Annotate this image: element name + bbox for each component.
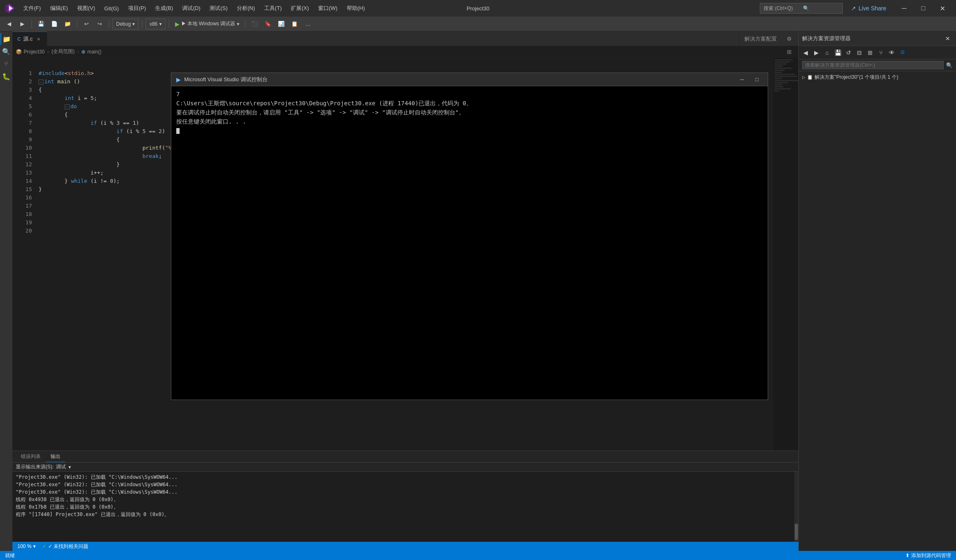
- breadcrumb-fn-label: main(): [87, 49, 101, 55]
- sol-save-btn[interactable]: 💾: [833, 48, 843, 58]
- line-numbers: 1 2 3 4 5 6 7 8 9 10 11 12 13 14 15 16 1…: [12, 58, 35, 451]
- tree-solution-root[interactable]: ▷ 📋 解决方案"Project30"(1 个项目/共 1 个): [799, 73, 956, 82]
- menu-edit[interactable]: 编辑(E): [46, 3, 72, 14]
- debug-output-line-4: 按任意键关闭此窗口. . .: [176, 117, 763, 126]
- sol-git-btn[interactable]: ⑂: [876, 48, 886, 58]
- save-button[interactable]: 💾: [35, 18, 47, 30]
- menu-analyze[interactable]: 分析(N): [233, 3, 259, 14]
- tab-bar: C 源.c ✕ 解决方案配置 ⚙: [12, 32, 798, 46]
- menu-tools[interactable]: 工具(T): [260, 3, 286, 14]
- tool1-button[interactable]: 📊: [275, 18, 287, 30]
- run-dropdown-arrow: ▾: [237, 21, 239, 27]
- minimize-button[interactable]: ─: [895, 0, 914, 17]
- solution-explorer-search[interactable]: 🔍: [799, 59, 956, 71]
- toolbar-separator-6: [245, 20, 246, 28]
- breadcrumb-bar: 📦 Project30 › (全局范围) › ⊕ main() ⊞: [12, 46, 798, 58]
- sol-settings-btn[interactable]: ≡: [898, 48, 907, 58]
- menu-window[interactable]: 窗口(W): [314, 3, 342, 14]
- undo-button[interactable]: ↩: [80, 18, 92, 30]
- close-button[interactable]: ✕: [933, 0, 952, 17]
- bookmark-button[interactable]: 🔖: [262, 18, 274, 30]
- output-source-value: 调试: [56, 463, 66, 470]
- debug-config-dropdown[interactable]: Debug ▾: [112, 19, 139, 29]
- split-editor-button[interactable]: ⊞: [783, 46, 795, 58]
- output-scrollbar[interactable]: [794, 472, 798, 542]
- output-source-label: 显示输出来源(S):: [16, 463, 54, 470]
- back-button[interactable]: ◀: [3, 18, 15, 30]
- tab-output[interactable]: 输出: [46, 451, 66, 462]
- solution-search-input[interactable]: [802, 61, 944, 69]
- breadcrumb-project[interactable]: 📦 Project30: [16, 49, 45, 55]
- output-scrollbar-thumb: [795, 524, 798, 540]
- breakpoints-button[interactable]: ⬛: [249, 18, 260, 30]
- add-file-button[interactable]: 📄: [49, 18, 60, 30]
- sol-back-btn[interactable]: ◀: [800, 48, 810, 58]
- forward-button[interactable]: ▶: [17, 18, 28, 30]
- status-zoom[interactable]: 100 % ▾: [16, 543, 37, 549]
- zoom-label: 100 %: [17, 543, 32, 549]
- menu-file[interactable]: 文件(F): [19, 3, 45, 14]
- sol-refresh-btn[interactable]: ↺: [844, 48, 854, 58]
- sol-collapse-btn[interactable]: ⊟: [854, 48, 864, 58]
- menu-debug[interactable]: 调试(D): [178, 3, 204, 14]
- menu-test[interactable]: 测试(S): [205, 3, 231, 14]
- liveshare-button[interactable]: ↗ Live Share: [846, 3, 891, 13]
- tool2-button[interactable]: 📋: [289, 18, 300, 30]
- menu-help[interactable]: 帮助(H): [343, 3, 369, 14]
- sol-preview-btn[interactable]: 👁: [887, 48, 897, 58]
- collapse-1[interactable]: -: [39, 80, 44, 85]
- run-label: ▶ 本地 Windows 调试器: [181, 20, 236, 27]
- menu-build[interactable]: 生成(B): [151, 3, 177, 14]
- debug-output-line-3: 要在调试停止时自动关闭控制台，请启用 "工具" -> "选项" -> "调试" …: [176, 108, 763, 117]
- activity-explorer[interactable]: 📁: [0, 33, 12, 45]
- menu-project[interactable]: 项目(P): [124, 3, 150, 14]
- debug-console-maximize[interactable]: □: [751, 74, 763, 85]
- panel-tabs: 错误列表 输出: [12, 451, 798, 463]
- breadcrumb-project-label: Project30: [24, 49, 45, 55]
- open-file-button[interactable]: 📁: [62, 18, 73, 30]
- run-button[interactable]: ▶ ▶ 本地 Windows 调试器 ▾: [173, 19, 242, 29]
- activity-search[interactable]: 🔍: [0, 46, 12, 57]
- tab-config-label: 解决方案配置: [744, 35, 777, 43]
- sol-home-btn[interactable]: ⌂: [822, 48, 832, 58]
- debug-config-arrow: ▾: [132, 21, 135, 27]
- debug-output-line-2: C:\Users\王斯熠\source\repos\Project30\Debu…: [176, 99, 763, 108]
- menu-view[interactable]: 视图(V): [73, 3, 99, 14]
- activity-git[interactable]: ⑂: [0, 58, 12, 70]
- debug-console-content[interactable]: 7 C:\Users\王斯熠\source\repos\Project30\De…: [171, 86, 768, 400]
- tab-config-area[interactable]: 解决方案配置: [739, 32, 782, 46]
- status-source-control[interactable]: ⬆ 添加到源代码管理: [904, 552, 953, 559]
- solution-explorer-close[interactable]: ✕: [943, 34, 953, 44]
- status-ready[interactable]: 就绪: [3, 552, 17, 559]
- breadcrumb-fn[interactable]: ⊕ main(): [81, 49, 101, 55]
- menu-git[interactable]: Git(G): [100, 4, 123, 13]
- tab-source-close[interactable]: ✕: [35, 36, 42, 42]
- tab-source-label: 源.c: [23, 35, 33, 43]
- activity-debug[interactable]: 🐛: [0, 70, 12, 82]
- solution-explorer: 解决方案资源管理器 ✕ ◀ ▶ ⌂ 💾 ↺ ⊟ ⊞ ⑂ 👁 ≡ 🔍 ▷ 📋 解决…: [798, 32, 956, 551]
- restore-button[interactable]: □: [914, 0, 933, 17]
- toolbar-separator-2: [77, 20, 77, 28]
- tab-config-gear[interactable]: ⚙: [783, 32, 795, 46]
- breadcrumb-scope[interactable]: (全局范围): [51, 48, 75, 55]
- output-dropdown[interactable]: ▾: [68, 464, 71, 470]
- debug-console-minimize[interactable]: ─: [736, 74, 748, 85]
- tab-source-c[interactable]: C 源.c ✕: [12, 32, 47, 46]
- more-button[interactable]: …: [302, 18, 314, 30]
- menu-extensions[interactable]: 扩展(X): [287, 3, 313, 14]
- debug-cursor-line: [176, 126, 763, 135]
- source-control-icon: ⬆: [905, 553, 910, 558]
- status-no-issues[interactable]: ✓ ✓ 未找到相关问题: [41, 543, 90, 550]
- output-line-6: 程序 "[17440] Project30.exe" 已退出，返回值为 0 (0…: [16, 511, 791, 518]
- sol-forward-btn[interactable]: ▶: [811, 48, 821, 58]
- breadcrumb-scope-label: (全局范围): [51, 48, 75, 55]
- no-issues-label: ✓ 未找到相关问题: [48, 543, 88, 550]
- platform-dropdown[interactable]: x86 ▾: [146, 19, 165, 29]
- collapse-2[interactable]: -: [65, 104, 70, 109]
- sol-filter-btn[interactable]: ⊞: [865, 48, 875, 58]
- global-search-box[interactable]: 搜索 (Ctrl+Q) 🔍: [760, 3, 843, 14]
- vs-logo: [4, 2, 16, 14]
- redo-button[interactable]: ↪: [94, 18, 105, 30]
- toolbar-separator-5: [169, 20, 169, 28]
- tab-error-list[interactable]: 错误列表: [16, 451, 46, 462]
